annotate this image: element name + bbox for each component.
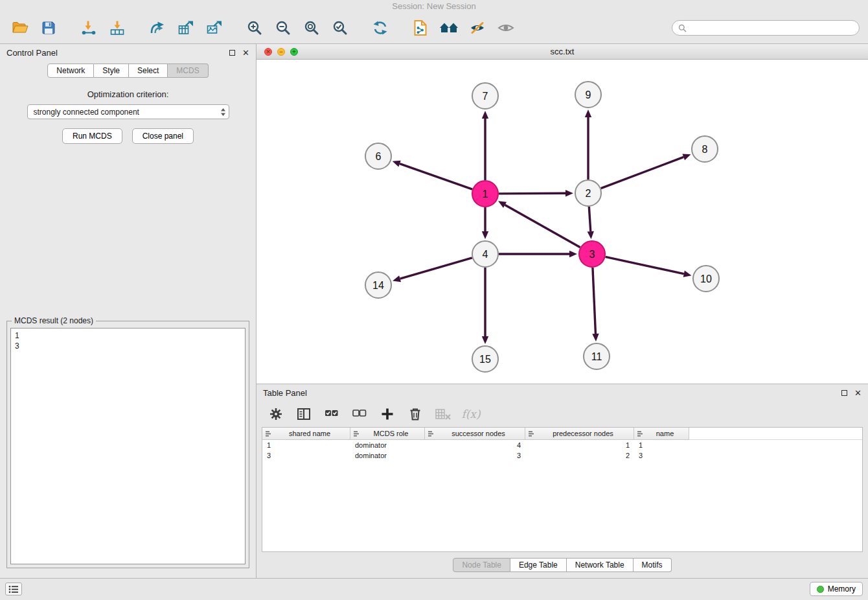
- table-row[interactable]: 1dominator411: [262, 440, 862, 450]
- add-row-button[interactable]: [378, 405, 396, 423]
- search-box[interactable]: [672, 20, 860, 36]
- open-session-button[interactable]: [8, 16, 32, 40]
- table-cell[interactable]: 3: [634, 450, 689, 461]
- node-11[interactable]: 11: [584, 343, 610, 369]
- column-header-shared-name[interactable]: shared name: [262, 428, 350, 440]
- edge-3-11[interactable]: [593, 268, 596, 334]
- network-canvas[interactable]: 7968124314101511: [257, 60, 868, 384]
- node-2[interactable]: 2: [575, 180, 601, 206]
- column-panel-button[interactable]: [295, 405, 313, 423]
- table-panel-header: Table Panel ✕: [257, 384, 868, 401]
- refresh-view-button[interactable]: [369, 16, 392, 40]
- save-session-button[interactable]: [37, 16, 60, 40]
- zoom-fit-button[interactable]: [300, 16, 323, 40]
- edge-arrow-4-14: [393, 275, 401, 282]
- table-cell[interactable]: dominator: [350, 440, 425, 450]
- select-all-button[interactable]: [323, 405, 341, 423]
- tab-node-table[interactable]: Node Table: [453, 558, 510, 572]
- column-header-label: MCDS role: [360, 430, 422, 437]
- tab-edge-table[interactable]: Edge Table: [510, 558, 567, 572]
- zoom-in-icon: [246, 20, 263, 36]
- run-mcds-button[interactable]: Run MCDS: [62, 128, 122, 144]
- table-panel-close-button[interactable]: ✕: [854, 389, 862, 397]
- node-7[interactable]: 7: [472, 83, 498, 109]
- table-row[interactable]: 3dominator323: [262, 450, 862, 461]
- toolbar-group-session: [8, 16, 60, 40]
- export-image-button[interactable]: [203, 16, 226, 40]
- import-network-icon: [80, 20, 97, 36]
- column-header-predecessor-nodes[interactable]: predecessor nodes: [525, 428, 634, 440]
- table-cell[interactable]: 4: [425, 440, 525, 450]
- function-builder-button[interactable]: f(x): [462, 405, 480, 423]
- node-9[interactable]: 9: [575, 82, 601, 108]
- edge-2-3[interactable]: [589, 207, 590, 231]
- style-details-button[interactable]: [466, 16, 489, 40]
- export-table-button[interactable]: [174, 16, 198, 40]
- column-header-name[interactable]: name: [634, 428, 689, 440]
- edge-1-6[interactable]: [400, 164, 472, 189]
- tab-style[interactable]: Style: [94, 63, 129, 78]
- tab-network[interactable]: Network: [47, 63, 94, 78]
- maximize-window-button[interactable]: +: [290, 48, 298, 56]
- zoom-selected-button[interactable]: [328, 16, 352, 40]
- minimize-window-button[interactable]: −: [277, 48, 285, 56]
- mcds-result-item[interactable]: 3: [15, 341, 241, 351]
- node-3[interactable]: 3: [579, 241, 605, 267]
- table-cell[interactable]: 1: [262, 440, 350, 450]
- window-title: Session: New Session: [392, 1, 475, 11]
- unselect-all-button[interactable]: [350, 405, 369, 423]
- delete-row-button[interactable]: [406, 405, 424, 423]
- node-6[interactable]: 6: [365, 143, 391, 169]
- home-layout-button[interactable]: [437, 16, 461, 40]
- column-header-mcds-role[interactable]: MCDS role: [350, 428, 425, 440]
- show-hide-details-button[interactable]: [494, 16, 518, 40]
- import-table-button[interactable]: [106, 16, 129, 40]
- table-cell[interactable]: 3: [262, 450, 350, 461]
- delete-column-button[interactable]: [434, 405, 452, 423]
- zoom-out-button[interactable]: [271, 16, 295, 40]
- edge-4-14[interactable]: [400, 258, 472, 279]
- tab-network-table[interactable]: Network Table: [567, 558, 634, 572]
- close-panel-button[interactable]: Close panel: [132, 128, 194, 144]
- node-label-7: 7: [483, 91, 488, 102]
- import-network-button[interactable]: [77, 16, 100, 40]
- node-14[interactable]: 14: [365, 272, 391, 298]
- mcds-result-list[interactable]: 13: [10, 328, 246, 564]
- mcds-result-item[interactable]: 1: [15, 330, 241, 341]
- table-body: 1dominator4113dominator323: [262, 440, 862, 461]
- table-panel-float-button[interactable]: [841, 390, 847, 396]
- right-column: ✕ − + scc.txt 7968124314101511 Table Pan…: [257, 44, 868, 578]
- node-4[interactable]: 4: [472, 241, 498, 267]
- table-cell[interactable]: 2: [525, 450, 634, 461]
- edge-3-10[interactable]: [606, 257, 684, 273]
- tab-mcds[interactable]: MCDS: [168, 63, 208, 78]
- optimization-criterion-select[interactable]: strongly connected component: [27, 104, 229, 119]
- table-cell[interactable]: 1: [525, 440, 634, 450]
- edge-3-1[interactable]: [505, 205, 580, 248]
- memory-button[interactable]: Memory: [810, 582, 863, 596]
- tab-motifs[interactable]: Motifs: [634, 558, 672, 572]
- tab-select[interactable]: Select: [129, 63, 168, 78]
- edge-1-2[interactable]: [499, 193, 565, 194]
- node-10[interactable]: 10: [693, 266, 719, 292]
- node-8[interactable]: 8: [692, 136, 718, 162]
- export-network-button[interactable]: [146, 16, 169, 40]
- edge-2-8[interactable]: [601, 157, 684, 188]
- column-header-successor-nodes[interactable]: successor nodes: [425, 428, 525, 440]
- control-panel-float-button[interactable]: [229, 50, 235, 56]
- close-window-button[interactable]: ✕: [264, 48, 272, 56]
- mcds-panel-body: Optimization criterion: strongly connect…: [0, 79, 256, 578]
- search-input[interactable]: [690, 23, 853, 32]
- zoom-in-button[interactable]: [243, 16, 266, 40]
- table-cell[interactable]: 1: [634, 440, 689, 450]
- node-1[interactable]: 1: [472, 181, 498, 207]
- table-cell[interactable]: dominator: [350, 450, 425, 461]
- memory-label: Memory: [828, 584, 856, 594]
- node-15[interactable]: 15: [472, 346, 498, 372]
- table-cell[interactable]: 3: [425, 450, 525, 461]
- export-document-button[interactable]: [409, 16, 432, 40]
- table-settings-button[interactable]: [267, 405, 285, 423]
- toolbar-group-zoom: [243, 16, 352, 40]
- status-menu-button[interactable]: [5, 583, 22, 595]
- control-panel-close-button[interactable]: ✕: [242, 49, 249, 57]
